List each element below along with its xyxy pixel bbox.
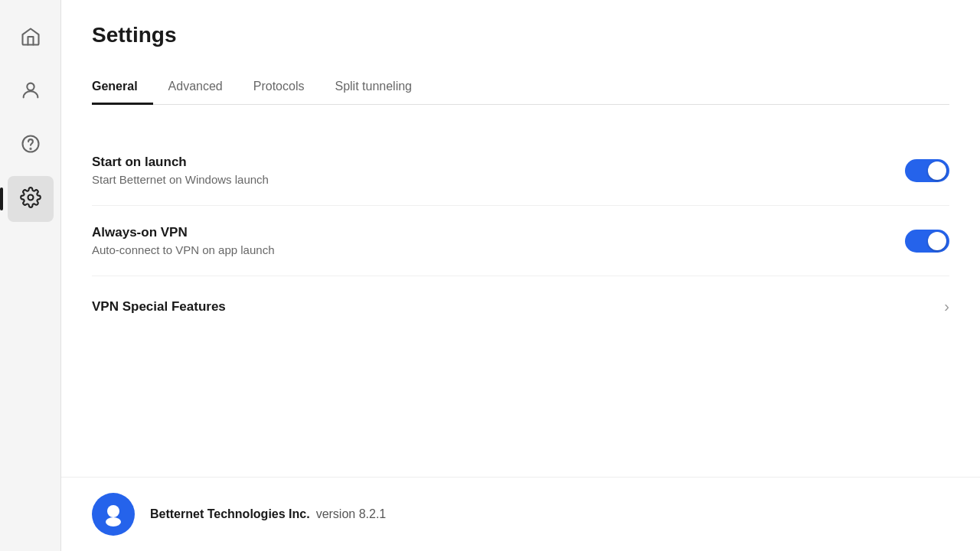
toggle-start-on-launch[interactable] xyxy=(905,159,949,182)
footer-company: Betternet Technologies Inc. xyxy=(150,507,310,520)
sidebar-item-settings[interactable] xyxy=(8,176,54,222)
footer-text: Betternet Technologies Inc.version 8.2.1 xyxy=(150,507,386,521)
setting-title-start-on-launch: Start on launch xyxy=(92,155,269,170)
person-icon xyxy=(20,80,41,104)
sidebar xyxy=(0,0,61,551)
tab-split-tunneling[interactable]: Split tunneling xyxy=(319,70,427,105)
tab-general[interactable]: General xyxy=(92,70,153,105)
toggle-always-on-vpn[interactable] xyxy=(905,230,949,253)
setting-title-vpn-special-features: VPN Special Features xyxy=(92,299,226,315)
help-icon xyxy=(20,133,41,158)
setting-title-always-on-vpn: Always-on VPN xyxy=(92,225,275,240)
setting-start-on-launch: Start on launch Start Betternet on Windo… xyxy=(92,135,949,206)
sidebar-item-profile[interactable] xyxy=(8,69,54,115)
toggle-thumb-start-on-launch xyxy=(928,161,946,180)
setting-desc-start-on-launch: Start Betternet on Windows launch xyxy=(92,173,269,186)
main-content: Settings General Advanced Protocols Spli… xyxy=(61,0,980,551)
setting-vpn-special-features[interactable]: VPN Special Features › xyxy=(92,276,949,337)
sidebar-item-home[interactable] xyxy=(8,15,54,61)
chevron-right-icon: › xyxy=(944,298,949,315)
footer: Betternet Technologies Inc.version 8.2.1 xyxy=(61,477,980,551)
svg-point-2 xyxy=(30,148,31,149)
svg-point-3 xyxy=(28,195,33,201)
logo-icon xyxy=(100,500,127,528)
tab-protocols[interactable]: Protocols xyxy=(238,70,320,105)
setting-desc-always-on-vpn: Auto-connect to VPN on app launch xyxy=(92,243,275,256)
svg-point-5 xyxy=(106,517,121,527)
betternet-logo xyxy=(92,493,135,536)
settings-icon xyxy=(20,187,41,211)
tab-advanced[interactable]: Advanced xyxy=(153,70,238,105)
svg-point-4 xyxy=(107,505,119,517)
setting-info-always-on-vpn: Always-on VPN Auto-connect to VPN on app… xyxy=(92,225,275,256)
sidebar-item-help[interactable] xyxy=(8,122,54,168)
setting-always-on-vpn: Always-on VPN Auto-connect to VPN on app… xyxy=(92,206,949,276)
page-title: Settings xyxy=(92,23,949,47)
settings-section: Start on launch Start Betternet on Windo… xyxy=(92,135,949,337)
footer-version: version 8.2.1 xyxy=(316,507,387,520)
toggle-thumb-always-on-vpn xyxy=(928,232,946,250)
tabs-bar: General Advanced Protocols Split tunneli… xyxy=(92,70,949,105)
setting-info-start-on-launch: Start on launch Start Betternet on Windo… xyxy=(92,155,269,186)
svg-point-0 xyxy=(27,83,34,90)
home-icon xyxy=(20,26,41,51)
